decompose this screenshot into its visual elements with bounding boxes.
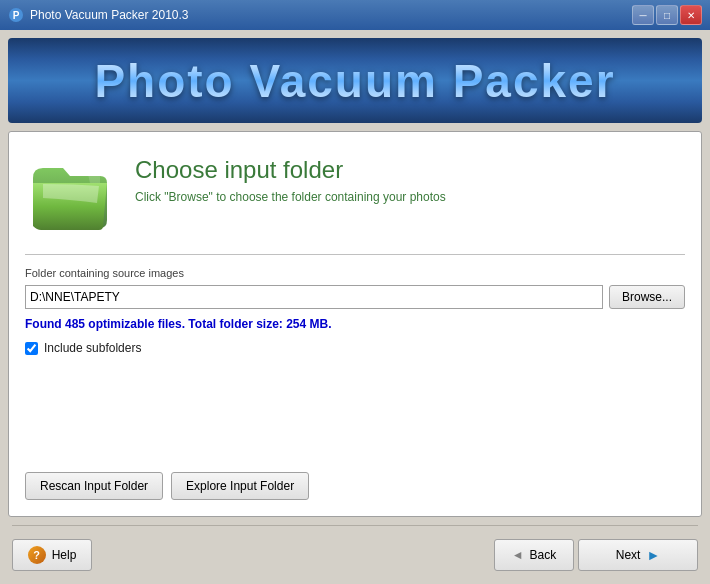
close-button[interactable]: ✕: [680, 5, 702, 25]
folder-icon-container: [25, 148, 115, 238]
nav-right: ◄ Back Next ►: [494, 539, 698, 571]
panel-header: Choose input folder Click "Browse" to ch…: [25, 148, 685, 238]
content-panel: Choose input folder Click "Browse" to ch…: [8, 131, 702, 517]
path-input[interactable]: [25, 285, 603, 309]
browse-button[interactable]: Browse...: [609, 285, 685, 309]
form-area: Folder containing source images Browse..…: [25, 267, 685, 355]
folder-icon: [25, 148, 115, 238]
explore-button[interactable]: Explore Input Folder: [171, 472, 309, 500]
app-title-text: Photo Vacuum Packer: [94, 54, 615, 108]
include-subfolders-checkbox[interactable]: [25, 342, 38, 355]
window-body: Photo Vacuum Packer: [0, 30, 710, 584]
minimize-button[interactable]: ─: [632, 5, 654, 25]
back-button[interactable]: ◄ Back: [494, 539, 574, 571]
header-title: Choose input folder: [135, 156, 685, 184]
help-button[interactable]: ? Help: [12, 539, 92, 571]
spacer: [25, 355, 685, 464]
field-row: Browse...: [25, 285, 685, 309]
field-label: Folder containing source images: [25, 267, 685, 279]
titlebar-left: P Photo Vacuum Packer 2010.3: [8, 7, 189, 23]
divider: [25, 254, 685, 255]
next-button[interactable]: Next ►: [578, 539, 698, 571]
titlebar-title: Photo Vacuum Packer 2010.3: [30, 8, 189, 22]
app-title-area: Photo Vacuum Packer: [8, 38, 702, 123]
checkbox-label[interactable]: Include subfolders: [44, 341, 141, 355]
status-text: Found 485 optimizable files. Total folde…: [25, 317, 685, 331]
help-label: Help: [52, 548, 77, 562]
header-text: Choose input folder Click "Browse" to ch…: [135, 148, 685, 204]
next-label: Next: [616, 548, 641, 562]
titlebar: P Photo Vacuum Packer 2010.3 ─ □ ✕: [0, 0, 710, 30]
svg-text:P: P: [13, 10, 20, 21]
help-icon: ?: [28, 546, 46, 564]
maximize-button[interactable]: □: [656, 5, 678, 25]
footer-nav: ? Help ◄ Back Next ►: [8, 534, 702, 576]
bottom-buttons: Rescan Input Folder Explore Input Folder: [25, 472, 685, 500]
checkbox-row: Include subfolders: [25, 341, 685, 355]
app-icon: P: [8, 7, 24, 23]
back-label: Back: [530, 548, 557, 562]
next-arrow-icon: ►: [646, 547, 660, 563]
titlebar-buttons: ─ □ ✕: [632, 5, 702, 25]
back-arrow-icon: ◄: [512, 548, 524, 562]
footer-separator: [12, 525, 698, 526]
header-subtitle: Click "Browse" to choose the folder cont…: [135, 190, 685, 204]
rescan-button[interactable]: Rescan Input Folder: [25, 472, 163, 500]
